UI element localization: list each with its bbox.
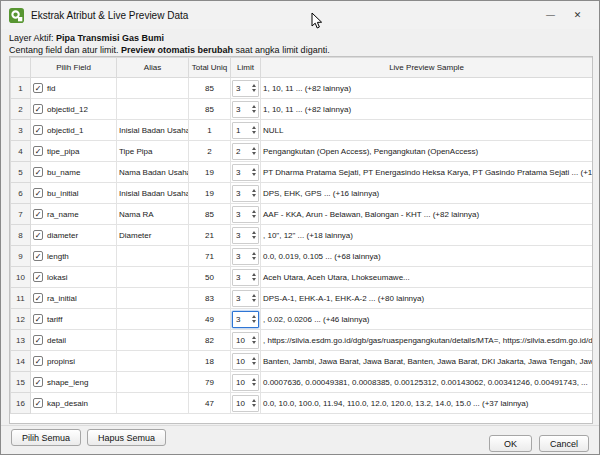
field-checkbox[interactable]: ✓ <box>33 167 43 177</box>
spin-up-icon[interactable] <box>252 147 256 150</box>
field-checkbox[interactable]: ✓ <box>33 251 43 261</box>
close-icon[interactable]: ✕ <box>564 6 591 24</box>
field-checkbox[interactable]: ✓ <box>33 209 43 219</box>
minimize-icon[interactable]: — <box>537 6 564 24</box>
spin-up-icon[interactable] <box>252 105 256 108</box>
row-number[interactable]: 2 <box>11 99 31 120</box>
row-number[interactable]: 13 <box>11 330 31 351</box>
limit-spinbox[interactable]: 10 <box>232 374 259 391</box>
total-uniq-cell: 18 <box>189 351 231 372</box>
limit-spinbox[interactable]: 10 <box>232 353 259 370</box>
field-checkbox[interactable]: ✓ <box>33 377 43 387</box>
spin-down-icon[interactable] <box>252 173 256 176</box>
field-checkbox[interactable]: ✓ <box>33 104 43 114</box>
field-checkbox[interactable]: ✓ <box>33 188 43 198</box>
spin-up-icon[interactable] <box>252 126 256 129</box>
col-header-alias[interactable]: Alias <box>117 58 189 78</box>
row-number[interactable]: 1 <box>11 78 31 99</box>
row-number[interactable]: 9 <box>11 246 31 267</box>
row-number[interactable]: 5 <box>11 162 31 183</box>
spin-down-icon[interactable] <box>252 362 256 365</box>
spin-down-icon[interactable] <box>252 194 256 197</box>
limit-spinbox[interactable]: 10 <box>232 395 259 412</box>
cancel-button[interactable]: Cancel <box>539 435 589 452</box>
spin-up-icon[interactable] <box>252 336 256 339</box>
spin-down-icon[interactable] <box>252 131 256 134</box>
limit-spinbox[interactable]: 3 <box>232 248 259 265</box>
spin-down-icon[interactable] <box>252 320 256 323</box>
field-checkbox[interactable]: ✓ <box>33 83 43 93</box>
spin-down-icon[interactable] <box>252 152 256 155</box>
spin-up-icon[interactable] <box>252 378 256 381</box>
spin-down-icon[interactable] <box>252 341 256 344</box>
row-number[interactable]: 7 <box>11 204 31 225</box>
spin-down-icon[interactable] <box>252 89 256 92</box>
field-checkbox[interactable]: ✓ <box>33 272 43 282</box>
limit-spinbox[interactable]: 3 <box>232 311 259 328</box>
row-number[interactable]: 10 <box>11 267 31 288</box>
spin-up-icon[interactable] <box>252 294 256 297</box>
row-number[interactable]: 15 <box>11 372 31 393</box>
spin-down-icon[interactable] <box>252 383 256 386</box>
col-header-total-uniq[interactable]: Total Uniq <box>189 58 231 78</box>
table-row: 14 ✓propinsi 18 10 Banten, Jambi, Jawa B… <box>11 351 593 372</box>
field-checkbox[interactable]: ✓ <box>33 230 43 240</box>
row-number[interactable]: 8 <box>11 225 31 246</box>
spin-up-icon[interactable] <box>252 315 256 318</box>
spin-down-icon[interactable] <box>252 404 256 407</box>
spin-up-icon[interactable] <box>252 84 256 87</box>
row-number[interactable]: 6 <box>11 183 31 204</box>
limit-spinbox[interactable]: 3 <box>232 185 259 202</box>
limit-spinbox[interactable]: 2 <box>232 143 259 160</box>
spin-down-icon[interactable] <box>252 236 256 239</box>
spin-down-icon[interactable] <box>252 215 256 218</box>
spin-down-icon[interactable] <box>252 278 256 281</box>
spin-up-icon[interactable] <box>252 189 256 192</box>
row-number[interactable]: 12 <box>11 309 31 330</box>
ok-button[interactable]: OK <box>489 435 532 452</box>
row-number[interactable]: 14 <box>11 351 31 372</box>
total-uniq-cell: 19 <box>189 162 231 183</box>
select-all-button[interactable]: Pilih Semua <box>11 429 81 446</box>
spin-up-icon[interactable] <box>252 252 256 255</box>
col-header-live-preview[interactable]: Live Preview Sample <box>261 58 593 78</box>
limit-spinbox[interactable]: 3 <box>232 80 259 97</box>
spin-down-icon[interactable] <box>252 299 256 302</box>
row-number[interactable]: 11 <box>11 288 31 309</box>
clear-all-button[interactable]: Hapus Semua <box>87 429 166 446</box>
row-number[interactable]: 3 <box>11 120 31 141</box>
field-checkbox[interactable]: ✓ <box>33 125 43 135</box>
limit-spinbox[interactable]: 3 <box>232 206 259 223</box>
spin-up-icon[interactable] <box>252 231 256 234</box>
spin-up-icon[interactable] <box>252 357 256 360</box>
spin-up-icon[interactable] <box>252 273 256 276</box>
field-checkbox[interactable]: ✓ <box>33 146 43 156</box>
limit-spinbox[interactable]: 3 <box>232 101 259 118</box>
spin-down-icon[interactable] <box>252 257 256 260</box>
spin-up-icon[interactable] <box>252 399 256 402</box>
spin-down-icon[interactable] <box>252 110 256 113</box>
limit-spinbox[interactable]: 3 <box>232 269 259 286</box>
limit-spinbox[interactable]: 1 <box>232 122 259 139</box>
title-bar[interactable]: Ekstrak Atribut & Live Preview Data — ✕ <box>1 1 599 29</box>
field-checkbox[interactable]: ✓ <box>33 398 43 408</box>
field-checkbox[interactable]: ✓ <box>33 314 43 324</box>
spinner-arrows <box>252 84 256 92</box>
spinner-arrows <box>252 147 256 155</box>
field-checkbox[interactable]: ✓ <box>33 293 43 303</box>
spin-up-icon[interactable] <box>252 210 256 213</box>
row-number[interactable]: 16 <box>11 393 31 414</box>
col-header-pilih-field[interactable]: Pilih Field <box>31 58 117 78</box>
spin-up-icon[interactable] <box>252 168 256 171</box>
limit-spinbox[interactable]: 3 <box>232 290 259 307</box>
limit-spinbox[interactable]: 3 <box>232 227 259 244</box>
field-checkbox[interactable]: ✓ <box>33 335 43 345</box>
field-cell: ✓propinsi <box>31 351 117 372</box>
col-header-limit[interactable]: Limit <box>231 58 261 78</box>
row-number[interactable]: 4 <box>11 141 31 162</box>
field-checkbox[interactable]: ✓ <box>33 356 43 366</box>
limit-spinbox[interactable]: 10 <box>232 332 259 349</box>
preview-cell: Aceh Utara, Aceh Utara, Lhokseumawe... <box>261 267 593 288</box>
limit-spinbox[interactable]: 3 <box>232 164 259 181</box>
limit-cell: 1 <box>231 120 261 141</box>
